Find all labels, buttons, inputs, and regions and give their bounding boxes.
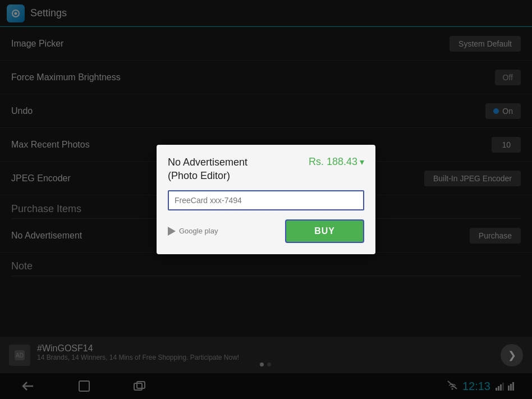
google-play-icon [168, 227, 176, 236]
dialog-header: No Advertisement(Photo Editor) Rs. 188.4… [168, 156, 364, 182]
dialog-price: Rs. 188.43 ▾ [309, 156, 364, 168]
dialog-footer: Google play BUY [168, 219, 364, 243]
dialog-title: No Advertisement(Photo Editor) [168, 156, 247, 182]
dialog-overlay: No Advertisement(Photo Editor) Rs. 188.4… [0, 0, 532, 399]
google-play-text: Google play [179, 227, 218, 235]
google-play-logo: Google play [168, 227, 218, 236]
price-value: Rs. 188.43 [309, 156, 357, 168]
buy-button[interactable]: BUY [285, 219, 364, 243]
card-input[interactable] [168, 190, 364, 210]
price-chevron-icon[interactable]: ▾ [360, 157, 364, 167]
purchase-dialog: No Advertisement(Photo Editor) Rs. 188.4… [157, 145, 375, 254]
